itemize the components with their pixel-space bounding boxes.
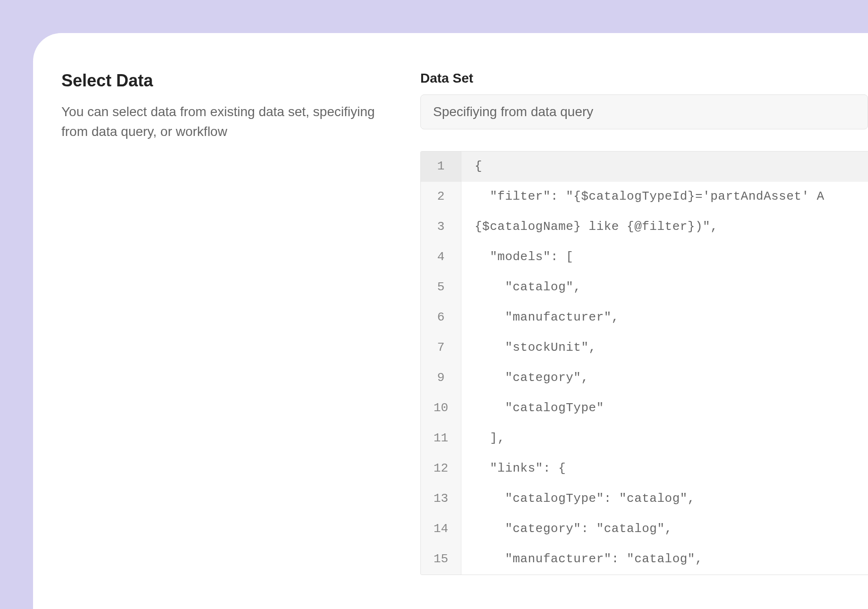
code-line[interactable]: 9 "category", — [421, 363, 868, 393]
line-content[interactable]: "catalog", — [461, 272, 868, 303]
data-set-select[interactable]: Specifiying from data query — [420, 94, 868, 129]
line-number: 6 — [421, 303, 461, 333]
line-content[interactable]: "links": { — [461, 454, 868, 484]
line-content[interactable]: ], — [461, 423, 868, 454]
code-line[interactable]: 14 "category": "catalog", — [421, 514, 868, 544]
code-line[interactable]: 3{$catalogName} like {@filter})", — [421, 212, 868, 242]
right-column: Data Set Specifiying from data query 1{2… — [420, 71, 868, 609]
line-content[interactable]: "catalogType" — [461, 393, 868, 423]
line-number: 3 — [421, 212, 461, 242]
code-line[interactable]: 12 "links": { — [421, 454, 868, 484]
code-line[interactable]: 15 "manufacturer": "catalog", — [421, 544, 868, 575]
line-number: 11 — [421, 423, 461, 454]
line-content[interactable]: {$catalogName} like {@filter})", — [461, 212, 868, 242]
code-line[interactable]: 1{ — [421, 152, 868, 182]
line-number: 1 — [421, 152, 461, 182]
line-content[interactable]: "stockUnit", — [461, 333, 868, 363]
code-line[interactable]: 6 "manufacturer", — [421, 303, 868, 333]
line-number: 14 — [421, 514, 461, 544]
line-content[interactable]: "catalogType": "catalog", — [461, 484, 868, 514]
line-number: 2 — [421, 182, 461, 212]
line-number: 13 — [421, 484, 461, 514]
code-line[interactable]: 11 ], — [421, 423, 868, 454]
line-content[interactable]: "category": "catalog", — [461, 514, 868, 544]
line-number: 15 — [421, 544, 461, 575]
line-content[interactable]: "category", — [461, 363, 868, 393]
select-data-panel: Select Data You can select data from exi… — [33, 33, 868, 609]
code-editor[interactable]: 1{2 "filter": "{$catalogTypeId}='partAnd… — [420, 151, 868, 575]
line-number: 12 — [421, 454, 461, 484]
line-content[interactable]: "manufacturer", — [461, 303, 868, 333]
code-line[interactable]: 2 "filter": "{$catalogTypeId}='partAndAs… — [421, 182, 868, 212]
section-description: You can select data from existing data s… — [61, 102, 383, 142]
code-line[interactable]: 7 "stockUnit", — [421, 333, 868, 363]
line-number: 10 — [421, 393, 461, 423]
line-content[interactable]: "models": [ — [461, 242, 868, 272]
line-number: 4 — [421, 242, 461, 272]
line-content[interactable]: "filter": "{$catalogTypeId}='partAndAsse… — [461, 182, 868, 212]
line-content[interactable]: { — [461, 152, 868, 182]
section-title: Select Data — [61, 71, 383, 91]
code-line[interactable]: 10 "catalogType" — [421, 393, 868, 423]
data-set-label: Data Set — [420, 71, 868, 86]
code-line[interactable]: 4 "models": [ — [421, 242, 868, 272]
line-content[interactable]: "manufacturer": "catalog", — [461, 544, 868, 575]
code-line[interactable]: 13 "catalogType": "catalog", — [421, 484, 868, 514]
code-line[interactable]: 5 "catalog", — [421, 272, 868, 303]
line-number: 5 — [421, 272, 461, 303]
left-column: Select Data You can select data from exi… — [61, 71, 383, 609]
line-number: 7 — [421, 333, 461, 363]
line-number: 9 — [421, 363, 461, 393]
